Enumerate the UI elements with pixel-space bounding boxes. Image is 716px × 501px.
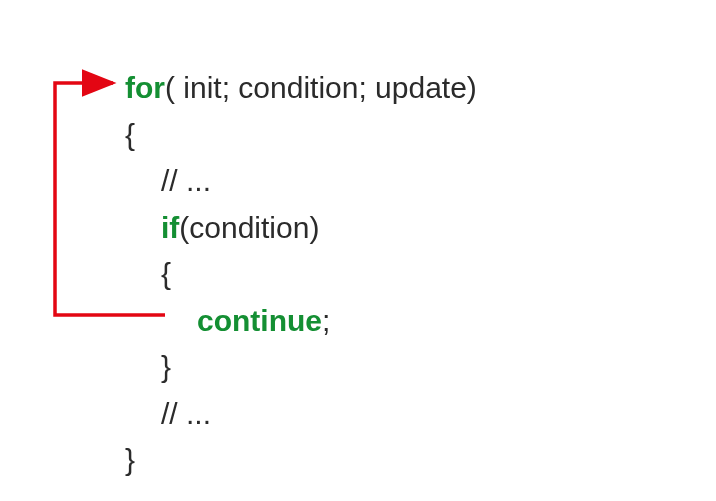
code-diagram: for( init; condition; update) { // ... i…: [125, 65, 477, 484]
if-keyword: if: [161, 211, 179, 244]
close-brace-1: }: [125, 437, 477, 484]
if-params: (condition): [179, 211, 319, 244]
continue-line: continue;: [125, 298, 477, 345]
for-line: for( init; condition; update): [125, 65, 477, 112]
comment-2: // ...: [125, 391, 477, 438]
if-line: if(condition): [125, 205, 477, 252]
open-brace-1: {: [125, 112, 477, 159]
for-params: ( init; condition; update): [165, 71, 477, 104]
close-brace-2: }: [125, 344, 477, 391]
semicolon: ;: [322, 304, 330, 337]
for-keyword: for: [125, 71, 165, 104]
open-brace-2: {: [125, 251, 477, 298]
continue-keyword: continue: [197, 304, 322, 337]
comment-1: // ...: [125, 158, 477, 205]
